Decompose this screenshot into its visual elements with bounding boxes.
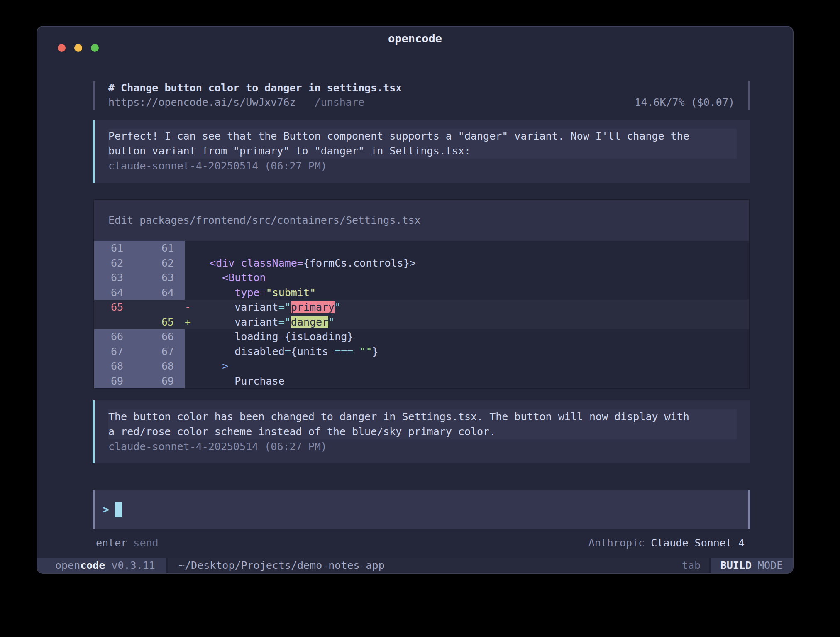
- app-name-open: open: [55, 559, 80, 571]
- message-meta: claude-sonnet-4-20250514 (06:27 PM): [108, 159, 737, 174]
- message-meta: claude-sonnet-4-20250514 (06:27 PM): [108, 439, 737, 454]
- window-title: opencode: [37, 27, 793, 51]
- diff-sign: [185, 329, 197, 344]
- diff-sign: -: [185, 300, 197, 315]
- code-line: variant="danger": [197, 315, 749, 330]
- edit-tool-title: Edit packages/frontend/src/containers/Se…: [94, 200, 749, 241]
- message-text: The button color has been changed to dan…: [108, 409, 737, 439]
- diff-sign: +: [185, 315, 197, 330]
- new-line-number: 66: [134, 329, 185, 344]
- new-line-number: 62: [134, 256, 185, 271]
- new-line-number: 65: [134, 315, 185, 330]
- code-line: [197, 241, 749, 256]
- provider-label: Anthropic: [588, 537, 645, 549]
- new-line-number: 68: [134, 359, 185, 374]
- code-line: loading={isLoading}: [197, 329, 749, 344]
- code-line: type="submit": [197, 285, 749, 300]
- app-version: v0.3.11: [111, 559, 155, 571]
- old-line-number: 62: [94, 256, 134, 271]
- old-line-number: 67: [94, 344, 134, 359]
- diff-row: 6161: [94, 241, 749, 256]
- code-line: <div className={formCs.controls}>: [197, 256, 749, 271]
- titlebar: opencode: [37, 27, 793, 51]
- status-bar: opencodev0.3.11 ~/Desktop/Projects/demo-…: [37, 558, 793, 573]
- prompt-symbol: >: [103, 503, 109, 516]
- text-cursor: [115, 502, 122, 517]
- context-stats: 14.6K/7% ($0.07): [635, 95, 735, 110]
- diff-row: 6969 Purchase: [94, 374, 749, 389]
- session-subheader: https://opencode.ai/s/UwJxv76z /unshare …: [108, 95, 735, 110]
- new-line-number: 69: [134, 374, 185, 389]
- working-directory: ~/Desktop/Projects/demo-notes-app: [178, 558, 385, 573]
- share-url[interactable]: https://opencode.ai/s/UwJxv76z: [108, 96, 296, 108]
- old-line-number: 66: [94, 329, 134, 344]
- old-line-number: 63: [94, 270, 134, 285]
- code-line: variant="primary": [197, 300, 749, 315]
- code-line: disabled={units === ""}: [197, 344, 749, 359]
- model-label: Claude Sonnet 4: [651, 537, 745, 549]
- working-directory-segment: ~/Desktop/Projects/demo-notes-app tab: [168, 558, 709, 573]
- new-line-number: 63: [134, 270, 185, 285]
- new-line-number: 64: [134, 285, 185, 300]
- diff-row: 6868 >: [94, 359, 749, 374]
- send-action-label: send: [133, 537, 158, 549]
- diff-row: 65+ variant="danger": [94, 315, 749, 330]
- code-line: >: [197, 359, 749, 374]
- diff-sign: [185, 270, 197, 285]
- tab-key-hint: tab: [682, 558, 701, 573]
- old-line-number: 65: [94, 300, 134, 315]
- code-line: Purchase: [197, 374, 749, 389]
- diff-row: 6363 <Button: [94, 270, 749, 285]
- diff-row: 6666 loading={isLoading}: [94, 329, 749, 344]
- message-text: Perfect! I can see that the Button compo…: [108, 129, 737, 159]
- edit-tool-card: Edit packages/frontend/src/containers/Se…: [93, 199, 750, 389]
- old-line-number: 68: [94, 359, 134, 374]
- mode-indicator[interactable]: BUILD MODE: [709, 558, 793, 573]
- mode-secondary: MODE: [752, 559, 783, 571]
- diff-row: 65- variant="primary": [94, 300, 749, 315]
- session-title: # Change button color to danger in setti…: [108, 81, 735, 95]
- assistant-message: Perfect! I can see that the Button compo…: [93, 120, 750, 183]
- assistant-message: The button color has been changed to dan…: [93, 400, 750, 463]
- unshare-hint: /unshare: [315, 96, 364, 108]
- app-name-segment: opencodev0.3.11: [37, 558, 168, 573]
- diff-sign: [185, 344, 197, 359]
- diff-sign: [185, 374, 197, 389]
- diff-row: 6262 <div className={formCs.controls}>: [94, 256, 749, 271]
- enter-key-label: enter: [96, 537, 127, 549]
- opencode-window: opencode # Change button color to danger…: [37, 26, 794, 574]
- code-line: <Button: [197, 270, 749, 285]
- old-line-number: [94, 315, 134, 330]
- enter-hint: enter send: [96, 536, 159, 551]
- footer-hints: enter send Anthropic Claude Sonnet 4: [93, 536, 750, 551]
- old-line-number: 64: [94, 285, 134, 300]
- prompt-input[interactable]: >: [93, 490, 750, 529]
- old-line-number: 61: [94, 241, 134, 256]
- app-name-code: code: [80, 559, 105, 571]
- diff-sign: [185, 256, 197, 271]
- new-line-number: [134, 300, 185, 315]
- share-url-group: https://opencode.ai/s/UwJxv76z /unshare: [108, 95, 364, 110]
- diff-sign: [185, 241, 197, 256]
- diff-sign: [185, 285, 197, 300]
- session-header: # Change button color to danger in setti…: [93, 81, 750, 110]
- diff-sign: [185, 359, 197, 374]
- model-info: Anthropic Claude Sonnet 4: [588, 536, 745, 551]
- diff-row: 6767 disabled={units === ""}: [94, 344, 749, 359]
- new-line-number: 67: [134, 344, 185, 359]
- old-line-number: 69: [94, 374, 134, 389]
- diff-row: 6464 type="submit": [94, 285, 749, 300]
- diff-view: 61616262 <div className={formCs.controls…: [94, 241, 749, 388]
- new-line-number: 61: [134, 241, 185, 256]
- mode-primary: BUILD: [720, 559, 752, 571]
